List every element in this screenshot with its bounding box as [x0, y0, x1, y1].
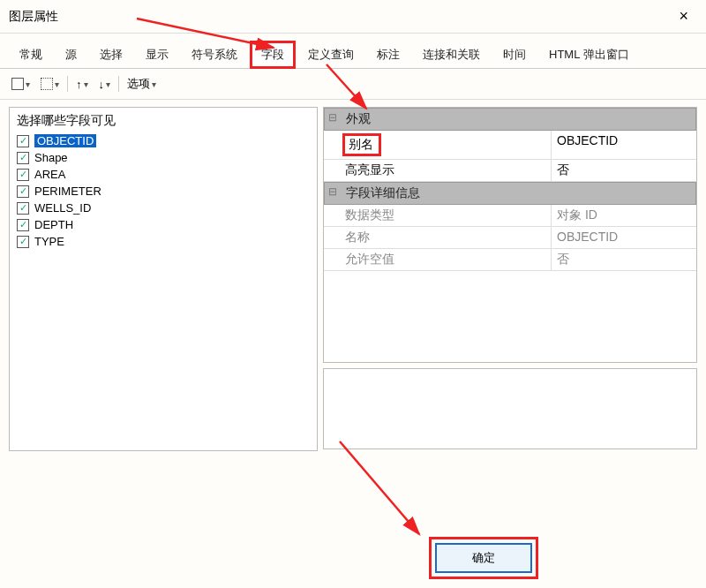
svg-line-2	[340, 441, 419, 534]
checkbox-icon[interactable]: ✓	[17, 135, 29, 147]
field-label: OBJECTID	[34, 134, 96, 147]
group-label: 外观	[341, 109, 695, 130]
prop-highlight[interactable]: 高亮显示 否	[324, 160, 696, 182]
checkbox-icon[interactable]: ✓	[17, 152, 29, 164]
chevron-down-icon: ▾	[152, 79, 156, 89]
prop-label: 名称	[340, 227, 551, 248]
toolbar-layout1[interactable]: ▾	[9, 76, 33, 92]
prop-value[interactable]: OBJECTID	[551, 131, 696, 159]
ok-highlight: 确定	[429, 537, 538, 579]
group-appearance[interactable]: ⊟ 外观	[324, 108, 696, 131]
field-label: AREA	[34, 168, 65, 181]
prop-value[interactable]: 否	[551, 160, 696, 181]
chevron-down-icon: ▾	[55, 79, 59, 89]
checkbox-icon[interactable]: ✓	[17, 169, 29, 181]
chevron-down-icon: ▾	[26, 79, 30, 89]
tab-symbology[interactable]: 符号系统	[181, 41, 248, 68]
tabs: 常规 源 选择 显示 符号系统 字段 定义查询 标注 连接和关联 时间 HTML…	[0, 34, 706, 69]
toolbar-options[interactable]: 选项▾	[124, 74, 159, 94]
prop-nullable: 允许空值 否	[324, 249, 696, 271]
arrow-down-icon: ↓	[99, 78, 105, 91]
options-label: 选项	[127, 76, 150, 92]
collapse-icon[interactable]: ⊟	[325, 109, 341, 130]
window-title: 图层属性	[9, 9, 58, 25]
tab-fields[interactable]: 字段	[250, 41, 296, 69]
footer: 确定	[429, 537, 538, 579]
field-item-wellsid[interactable]: ✓ WELLS_ID	[17, 200, 310, 216]
collapse-icon[interactable]: ⊟	[325, 183, 341, 204]
chevron-down-icon: ▾	[106, 79, 110, 89]
prop-alias[interactable]: 别名 OBJECTID	[324, 131, 696, 160]
description-panel	[323, 368, 697, 449]
tab-joins[interactable]: 连接和关联	[412, 41, 491, 68]
field-label: PERIMETER	[34, 185, 101, 198]
checkbox-icon[interactable]: ✓	[17, 219, 29, 231]
toolbar-moveup[interactable]: ↑▾	[73, 76, 91, 93]
prop-name: 名称 OBJECTID	[324, 227, 696, 249]
tab-labels[interactable]: 标注	[366, 41, 410, 68]
table-icon	[41, 78, 53, 90]
toolbar-movedown[interactable]: ↓▾	[96, 76, 114, 93]
checkbox-icon[interactable]: ✓	[17, 236, 29, 248]
prop-value: 否	[551, 249, 696, 270]
prop-label: 高亮显示	[340, 160, 551, 181]
prop-label: 允许空值	[340, 249, 551, 270]
close-icon[interactable]: ×	[670, 5, 697, 27]
field-item-type[interactable]: ✓ TYPE	[17, 233, 310, 250]
chevron-down-icon: ▾	[84, 79, 88, 89]
layout-icon	[11, 78, 24, 90]
alias-highlight: 别名	[342, 133, 381, 156]
field-item-area[interactable]: ✓ AREA	[17, 166, 310, 183]
toolbar: ▾ ▾ ↑▾ ↓▾ 选项▾	[0, 69, 706, 100]
field-item-shape[interactable]: ✓ Shape	[17, 149, 310, 166]
tab-htmlpopup[interactable]: HTML 弹出窗口	[538, 41, 640, 68]
tab-selection[interactable]: 选择	[89, 41, 133, 68]
tab-time[interactable]: 时间	[492, 41, 537, 68]
field-label: WELLS_ID	[34, 201, 91, 215]
fields-list-title: 选择哪些字段可见	[17, 113, 310, 129]
field-item-objectid[interactable]: ✓ OBJECTID	[17, 132, 310, 149]
tab-general[interactable]: 常规	[9, 41, 53, 68]
field-item-perimeter[interactable]: ✓ PERIMETER	[17, 183, 310, 200]
fields-list-panel: 选择哪些字段可见 ✓ OBJECTID ✓ Shape ✓ AREA ✓ PER…	[9, 107, 318, 451]
separator	[118, 76, 119, 92]
tab-defquery[interactable]: 定义查询	[297, 41, 364, 68]
field-label: Shape	[34, 151, 68, 164]
prop-label: 别名	[340, 131, 551, 159]
prop-value: OBJECTID	[551, 227, 696, 248]
right-stack: ⊟ 外观 别名 OBJECTID 高亮显示 否 ⊟ 字段详细信息 数据类型 对象…	[323, 107, 697, 451]
toolbar-layout2[interactable]: ▾	[38, 76, 62, 92]
field-label: TYPE	[34, 235, 64, 248]
field-item-depth[interactable]: ✓ DEPTH	[17, 216, 310, 233]
arrow-up-icon: ↑	[76, 78, 82, 91]
prop-label: 数据类型	[340, 205, 551, 226]
body: 选择哪些字段可见 ✓ OBJECTID ✓ Shape ✓ AREA ✓ PER…	[0, 100, 706, 451]
properties-panel: ⊟ 外观 别名 OBJECTID 高亮显示 否 ⊟ 字段详细信息 数据类型 对象…	[323, 107, 697, 363]
titlebar: 图层属性 ×	[0, 0, 706, 34]
tab-source[interactable]: 源	[55, 41, 87, 68]
prop-value: 对象 ID	[551, 205, 696, 226]
group-details[interactable]: ⊟ 字段详细信息	[324, 182, 696, 205]
checkbox-icon[interactable]: ✓	[17, 202, 29, 215]
ok-button[interactable]: 确定	[435, 543, 532, 573]
checkbox-icon[interactable]: ✓	[17, 185, 29, 198]
prop-dtype: 数据类型 对象 ID	[324, 205, 696, 227]
separator	[67, 76, 68, 92]
field-label: DEPTH	[34, 218, 73, 231]
group-label: 字段详细信息	[341, 183, 695, 204]
tab-display[interactable]: 显示	[135, 41, 179, 68]
